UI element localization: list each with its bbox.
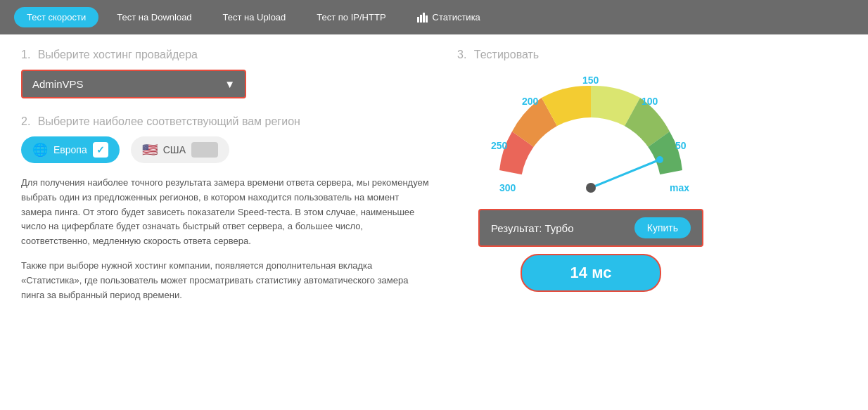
buy-button[interactable]: Купить [634,217,691,238]
speed-label-300: 300 [499,182,516,193]
provider-value: AdminVPS [32,78,84,90]
main-content: 1. Выберите хостинг провайдера AdminVPS … [0,34,868,326]
step3-number: 3. [457,49,466,60]
speed-label-max: max [670,182,689,193]
needle-tip [656,156,663,163]
tab-ip-http-test[interactable]: Тест по IP/HTTP [304,7,398,27]
speed-label-150: 150 [582,75,599,86]
step1-number: 1. [21,49,30,60]
speedometer-container: 300 250 200 150 100 50 max [478,68,703,209]
provider-dropdown[interactable]: AdminVPS ▼ [21,70,246,98]
step3-label: 3. Тестировать [457,49,543,61]
svg-rect-2 [423,13,425,23]
dropdown-arrow-icon: ▼ [224,78,235,90]
step2-text: Выберите наиболее соответствующий вам ре… [38,115,300,127]
description-paragraph-1: Для получения наиболее точного результат… [21,176,429,249]
left-panel: 1. Выберите хостинг провайдера AdminVPS … [21,49,429,312]
region-section: 2. Выберите наиболее соответствующий вам… [21,115,429,163]
step2-label: 2. Выберите наиболее соответствующий вам… [21,115,429,128]
svg-rect-1 [420,15,422,23]
usa-label: США [163,144,186,155]
tab-statistics[interactable]: Статистика [404,7,493,27]
result-label: Результат: Турбо [491,222,573,234]
europe-flag-icon: 🌐 [32,142,48,158]
step2-number: 2. [21,115,30,127]
svg-rect-3 [426,15,428,23]
needle-pivot [586,183,596,193]
speedometer-svg: 300 250 200 150 100 50 max [478,68,703,209]
result-bar: Результат: Турбо Купить [478,209,703,247]
region-usa-button[interactable]: 🇺🇸 США [131,136,229,163]
region-europe-button[interactable]: 🌐 Европа ✓ [21,136,120,163]
speed-label-200: 200 [522,96,539,107]
step1-text: Выберите хостинг провайдера [38,49,198,60]
tab-download-test[interactable]: Тест на Download [104,7,204,27]
region-buttons: 🌐 Европа ✓ 🇺🇸 США [21,136,429,163]
europe-check-icon: ✓ [93,142,108,158]
bar-chart-icon [417,13,428,23]
result-value-button[interactable]: 14 мс [521,254,661,292]
speed-label-100: 100 [642,96,658,107]
speed-label-250: 250 [491,140,508,151]
tab-upload-test[interactable]: Тест на Upload [210,7,299,27]
description-paragraph-2: Также при выборе нужной хостинг компании… [21,259,429,302]
step1-label: 1. Выберите хостинг провайдера [21,49,429,61]
svg-rect-0 [417,17,419,23]
navigation-bar: Тест скорости Тест на Download Тест на U… [0,0,868,34]
speed-label-50: 50 [675,140,687,151]
right-panel: 3. Тестировать [457,49,725,312]
usa-toggle [191,142,218,158]
europe-label: Европа [53,144,87,155]
usa-flag-icon: 🇺🇸 [142,142,158,158]
tab-speed-test[interactable]: Тест скорости [14,7,98,27]
step3-text: Тестировать [474,49,539,60]
